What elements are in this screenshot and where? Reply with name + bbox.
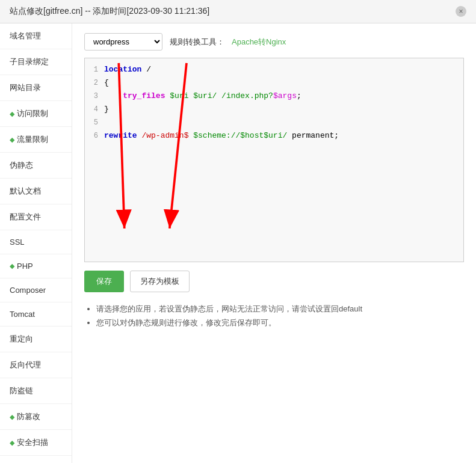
sidebar-item-默认文档[interactable]: 默认文档 [0,179,72,204]
code-lines: 1location /2{3 try_files $uri $uri/ /ind… [85,63,463,143]
save-template-button[interactable]: 另存为模板 [130,271,190,292]
diamond-icon: ◆ [10,110,14,118]
code-line: 2{ [85,76,463,90]
code-line: 1location / [85,63,463,76]
main-content: defaultwordpressthinkphplaraveldiscuz 规则… [72,23,476,463]
line-content: { [104,76,463,90]
line-number: 4 [85,103,104,116]
close-icon: × [459,7,463,16]
sidebar-item-域名管理[interactable]: 域名管理 [0,23,72,49]
line-number: 1 [85,63,104,76]
rule-tool-label: 规则转换工具： [170,37,224,48]
sidebar-item-label: 网站目录 [10,82,41,93]
line-number: 5 [85,116,104,129]
code-line: 5 [85,116,463,129]
sidebar-item-label: 配置文件 [10,212,41,222]
sidebar-item-SSL[interactable]: SSL [0,230,72,254]
line-number: 2 [85,76,104,90]
sidebar-item-label: 域名管理 [10,31,41,41]
code-line: 3 try_files $uri $uri/ /index.php?$args; [85,90,463,103]
sidebar-item-label: Composer [10,286,46,295]
note-item: 请选择您的应用，若设置伪静态后，网站无法正常访问，请尝试设置回default [96,302,464,316]
toolbar: defaultwordpressthinkphplaraveldiscuz 规则… [84,33,464,51]
sidebar-item-label: 防盗链 [10,385,33,396]
modal-body: 域名管理子目录绑定网站目录◆访问限制◆流量限制伪静态默认文档配置文件SSL◆PH… [0,23,476,463]
diamond-icon: ◆ [10,413,14,421]
code-line: 6rewrite /wp-admin$ $scheme://$host$uri/… [85,129,463,143]
line-content: } [104,103,463,116]
save-button[interactable]: 保存 [84,271,124,292]
sidebar-item-防篡改[interactable]: ◆防篡改 [0,404,72,430]
line-content: try_files $uri $uri/ /index.php?$args; [104,90,463,103]
sidebar-item-label: 反向代理 [10,360,41,370]
sidebar-item-label: Tomcat [10,310,35,319]
sidebar-item-label: 默认文档 [10,186,41,197]
sidebar-item-Tomcat[interactable]: Tomcat [0,302,72,327]
sidebar-item-label: 流量限制 [17,134,48,145]
sidebar-item-伪静态[interactable]: 伪静态 [0,153,72,179]
note-item: 您可以对伪静态规则进行修改，修改完后保存即可。 [96,316,464,330]
modal-header: 站点修改[gitfree.cn] -- 添加时间[2023-09-30 11:2… [0,0,476,23]
sidebar-item-label: 安全扫描 [17,437,48,448]
sidebar-item-label: SSL [10,238,25,247]
line-content: rewrite /wp-admin$ $scheme://$host$uri/ … [104,129,463,143]
modal-title: 站点修改[gitfree.cn] -- 添加时间[2023-09-30 11:2… [10,6,209,17]
code-line: 4} [85,103,463,116]
sidebar-item-防盗链[interactable]: 防盗链 [0,378,72,404]
sidebar-item-Composer[interactable]: Composer [0,278,72,302]
code-editor[interactable]: 1location /2{3 try_files $uri $uri/ /ind… [84,58,464,262]
sidebar-item-子目录绑定[interactable]: 子目录绑定 [0,49,72,75]
close-button[interactable]: × [456,6,466,17]
sidebar-item-流量限制[interactable]: ◆流量限制 [0,127,72,153]
sidebar-item-label: 访问限制 [17,108,48,119]
diamond-icon: ◆ [10,136,14,144]
notes-list: 请选择您的应用，若设置伪静态后，网站无法正常访问，请尝试设置回default您可… [84,302,464,330]
sidebar-item-重定向[interactable]: 重定向 [0,327,72,352]
sidebar-item-label: 防篡改 [17,411,40,422]
sidebar-item-label: PHP [17,262,33,271]
line-number: 3 [85,90,104,103]
sidebar-item-label: 伪静态 [10,160,33,171]
line-content: location / [104,63,463,76]
diamond-icon: ◆ [10,262,14,270]
diamond-icon: ◆ [10,439,14,447]
sidebar-item-网站目录[interactable]: 网站目录 [0,75,72,101]
rewrite-select[interactable]: defaultwordpressthinkphplaraveldiscuz [84,33,162,51]
action-buttons: 保存 另存为模板 [84,271,464,292]
sidebar-item-访问限制[interactable]: ◆访问限制 [0,101,72,127]
sidebar-item-网站日志[interactable]: 网站日志 [0,456,72,463]
sidebar-item-安全扫描[interactable]: ◆安全扫描 [0,430,72,456]
sidebar-item-label: 重定向 [10,334,33,345]
sidebar: 域名管理子目录绑定网站目录◆访问限制◆流量限制伪静态默认文档配置文件SSL◆PH… [0,23,72,463]
sidebar-item-配置文件[interactable]: 配置文件 [0,204,72,230]
modal-window: 站点修改[gitfree.cn] -- 添加时间[2023-09-30 11:2… [0,0,476,463]
sidebar-item-label: 子目录绑定 [10,57,49,67]
line-number: 6 [85,129,104,143]
sidebar-item-PHP[interactable]: ◆PHP [0,254,72,278]
apache-to-nginx-link[interactable]: Apache转Nginx [232,37,286,48]
sidebar-item-反向代理[interactable]: 反向代理 [0,352,72,378]
